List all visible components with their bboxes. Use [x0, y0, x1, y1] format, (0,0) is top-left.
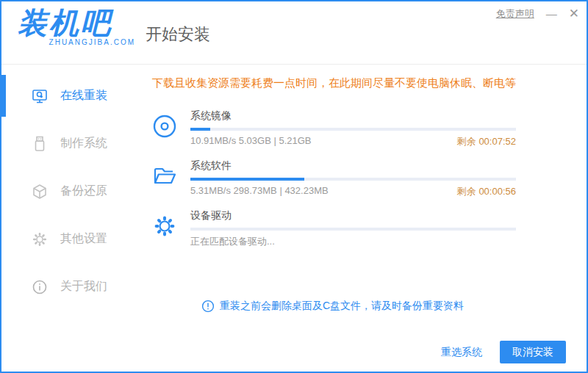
- window-controls: 免责声明 — ✕: [496, 7, 579, 21]
- app-window: 装机吧 ZHUANGJIBA.COM 开始安装 免责声明 — ✕ 在线: [0, 0, 588, 373]
- gear-icon: [31, 231, 49, 248]
- sidebar-item-make-system[interactable]: 制作系统: [1, 120, 141, 167]
- progress-bar: [190, 228, 516, 231]
- progress-fill: [190, 128, 210, 131]
- footer-actions: 重选系统 取消安装: [441, 341, 566, 363]
- task-stats: 5.31MB/s 298.73MB | 432.23MB: [190, 185, 329, 198]
- backup-note: 重装之前会删除桌面及C盘文件，请及时备份重要资料: [201, 300, 516, 313]
- sidebar-item-label: 在线重装: [60, 88, 107, 104]
- sidebar-item-label: 制作系统: [60, 136, 107, 151]
- warning-text: 下载且收集资源需要耗费一点时间，在此期间尽量不要使电脑休眠、断电等: [152, 76, 516, 90]
- disc-icon: [152, 114, 177, 139]
- disclaimer-link[interactable]: 免责声明: [496, 7, 534, 21]
- task-name: 系统软件: [190, 159, 516, 173]
- task-row-system-software: 系统软件 5.31MB/s 298.73MB | 432.23MB 剩余 00:…: [152, 159, 516, 198]
- sidebar-item-backup-restore[interactable]: 备份还原: [1, 167, 141, 215]
- task-status: 正在匹配设备驱动...: [190, 235, 275, 248]
- reselect-system-button[interactable]: 重选系统: [441, 346, 482, 359]
- folder-icon: [152, 164, 177, 189]
- minimize-icon[interactable]: —: [546, 7, 557, 21]
- info-icon: [31, 278, 49, 296]
- task-remaining: 剩余 00:00:56: [457, 185, 516, 198]
- header: 装机吧 ZHUANGJIBA.COM 开始安装 免责声明 — ✕: [1, 1, 587, 65]
- task-row-device-driver: 设备驱动 正在匹配设备驱动...: [152, 209, 516, 248]
- sidebar-item-label: 其他设置: [60, 231, 107, 247]
- task-name: 设备驱动: [190, 209, 516, 222]
- sidebar-item-label: 备份还原: [60, 184, 107, 199]
- close-icon[interactable]: ✕: [569, 7, 579, 21]
- sidebar: 在线重装 制作系统: [1, 65, 141, 372]
- sidebar-item-about-us[interactable]: 关于我们: [1, 263, 141, 311]
- task-stats: 10.91MB/s 5.03GB | 5.21GB: [190, 135, 312, 148]
- sidebar-item-other-settings[interactable]: 其他设置: [1, 215, 141, 263]
- cube-icon: [31, 183, 49, 200]
- usb-icon: [31, 135, 49, 153]
- logo-text: 装机吧: [18, 6, 135, 40]
- gear-icon: [152, 214, 177, 239]
- monitor-icon: [31, 87, 49, 105]
- page-title: 开始安装: [146, 23, 210, 46]
- task-row-system-image: 系统镜像 10.91MB/s 5.03GB | 5.21GB 剩余 00:07:…: [152, 109, 516, 148]
- cancel-install-button[interactable]: 取消安装: [500, 341, 566, 363]
- progress-bar: [190, 128, 516, 131]
- alert-circle-icon: [201, 300, 215, 313]
- sidebar-item-online-reinstall[interactable]: 在线重装: [1, 72, 141, 120]
- install-progress-panel: 下载且收集资源需要耗费一点时间，在此期间尽量不要使电脑休眠、断电等 系统镜像 1…: [141, 65, 588, 372]
- main-layout: 在线重装 制作系统: [1, 65, 587, 372]
- backup-note-text: 重装之前会删除桌面及C盘文件，请及时备份重要资料: [220, 300, 464, 313]
- progress-bar: [190, 178, 516, 181]
- active-indicator: [1, 75, 6, 117]
- progress-fill: [190, 178, 304, 181]
- app-logo: 装机吧 ZHUANGJIBA.COM: [18, 6, 135, 46]
- task-remaining: 剩余 00:07:52: [457, 135, 516, 148]
- task-name: 系统镜像: [190, 109, 516, 123]
- sidebar-item-label: 关于我们: [60, 279, 107, 294]
